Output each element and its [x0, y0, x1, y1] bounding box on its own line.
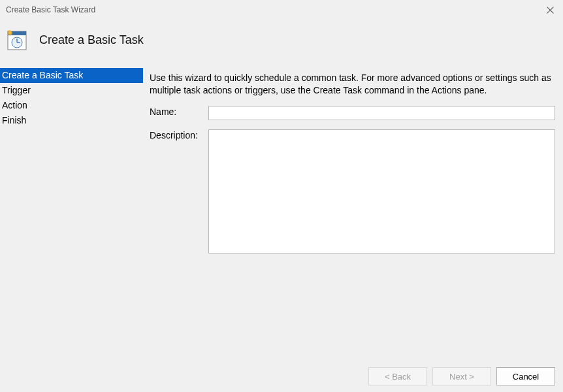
wizard-header: Create a Basic Task	[0, 20, 563, 67]
button-bar: < Back Next > Cancel	[368, 367, 555, 385]
content-area: Create a Basic Task Trigger Action Finis…	[0, 67, 563, 354]
wizard-steps-nav: Create a Basic Task Trigger Action Finis…	[0, 67, 143, 354]
window-title: Create Basic Task Wizard	[5, 5, 95, 14]
wizard-icon	[5, 29, 27, 51]
description-row: Description:	[150, 129, 555, 253]
name-label: Name:	[150, 106, 208, 120]
description-label: Description:	[150, 129, 208, 140]
name-row: Name:	[150, 106, 555, 120]
sidebar-item-finish[interactable]: Finish	[0, 113, 143, 128]
svg-marker-7	[7, 30, 13, 36]
back-button[interactable]: < Back	[368, 367, 427, 385]
name-input[interactable]	[208, 106, 555, 120]
close-button[interactable]	[542, 2, 558, 18]
sidebar-item-create-basic-task[interactable]: Create a Basic Task	[0, 68, 143, 83]
page-title: Create a Basic Task	[39, 33, 144, 47]
titlebar: Create Basic Task Wizard	[0, 0, 563, 20]
cancel-button[interactable]: Cancel	[496, 367, 555, 385]
sidebar-item-trigger[interactable]: Trigger	[0, 83, 143, 98]
sidebar-item-action[interactable]: Action	[0, 98, 143, 113]
intro-text: Use this wizard to quickly schedule a co…	[150, 72, 555, 97]
description-input[interactable]	[208, 129, 555, 253]
close-icon	[547, 7, 554, 14]
next-button[interactable]: Next >	[432, 367, 491, 385]
main-panel: Use this wizard to quickly schedule a co…	[143, 67, 563, 354]
